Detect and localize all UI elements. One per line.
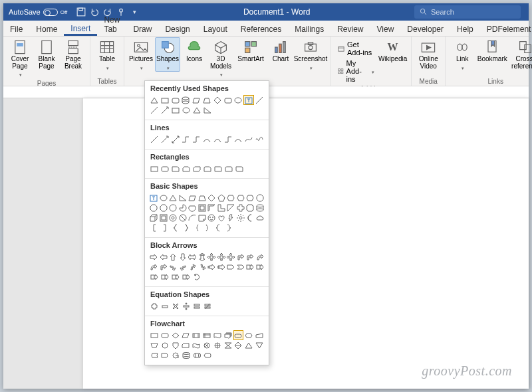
shape-fcStor[interactable] — [150, 351, 159, 359]
shape-can[interactable] — [256, 203, 265, 212]
autosave-toggle[interactable]: AutoSave Off — [9, 8, 67, 16]
shape-fcCard[interactable] — [181, 341, 190, 349]
shape-pie[interactable] — [179, 203, 188, 212]
shape-para[interactable] — [192, 96, 201, 104]
redo-icon[interactable] — [103, 7, 112, 17]
my-addins-button[interactable]: My Add-ins — [335, 58, 377, 84]
shape-curve[interactable] — [234, 135, 243, 144]
shape-eqMinus[interactable] — [160, 302, 170, 310]
shape-fcDisp[interactable] — [203, 351, 212, 359]
save-icon[interactable] — [76, 7, 86, 17]
shape-arrowline[interactable] — [160, 135, 170, 144]
shape-fcMulti[interactable] — [223, 331, 233, 340]
shape-arrowline[interactable] — [160, 106, 170, 114]
tab-pdfelement[interactable]: PDFelement — [480, 22, 532, 36]
shape-fcDoc[interactable] — [213, 331, 222, 340]
shape-line[interactable] — [255, 96, 264, 104]
shape-freeform[interactable] — [244, 135, 253, 144]
shape-arrCallR[interactable] — [246, 262, 255, 271]
shape-halfframe[interactable] — [207, 203, 216, 212]
shape-elbow[interactable] — [192, 135, 201, 144]
shape-round2diag[interactable] — [235, 164, 244, 173]
wikipedia-button[interactable]: WWikipedia — [378, 37, 407, 63]
shape-oct[interactable] — [256, 193, 265, 202]
tab-references[interactable]: References — [234, 22, 288, 36]
shape-rbrack[interactable] — [160, 223, 170, 232]
shape-fcDirect[interactable] — [192, 351, 201, 359]
shape-fcMag[interactable] — [182, 351, 191, 359]
shape-pent[interactable] — [217, 193, 226, 202]
shape-lparen[interactable] — [192, 223, 201, 232]
screenshot-button[interactable]: Screenshot — [295, 37, 327, 71]
shape-snip1[interactable] — [171, 164, 180, 173]
pictures-button[interactable]: Pictures — [128, 37, 154, 71]
shapes-button[interactable]: Shapes — [155, 37, 180, 72]
shape-rect[interactable] — [150, 164, 159, 173]
search-input[interactable]: Search — [414, 5, 521, 19]
shape-eqNeq[interactable] — [203, 302, 212, 310]
shape-fcPredef[interactable] — [192, 331, 201, 340]
tab-draw[interactable]: Draw — [126, 22, 158, 36]
shape-arrCurvD[interactable] — [198, 262, 207, 271]
shape-eqDiv[interactable] — [182, 302, 191, 310]
page-break-button[interactable]: Page Break — [61, 37, 86, 70]
shape-rbrace[interactable] — [224, 223, 233, 232]
shape-arrCircle[interactable] — [192, 272, 201, 281]
shape-fcPrep[interactable] — [244, 331, 253, 340]
tab-insert[interactable]: Insert — [64, 21, 97, 36]
shape-fcData[interactable] — [181, 331, 190, 340]
tab-layout[interactable]: Layout — [197, 22, 234, 36]
shape-folded[interactable] — [198, 213, 207, 222]
shape-arrLR[interactable] — [188, 252, 197, 261]
shape-eqPlus[interactable] — [150, 302, 159, 310]
shape-hex[interactable] — [246, 193, 255, 202]
shape-oct[interactable] — [150, 203, 158, 212]
shape-elbow[interactable] — [181, 135, 190, 144]
shape-round1[interactable] — [213, 164, 223, 173]
shape-arrCurvL[interactable] — [179, 262, 188, 271]
shape-rtri[interactable] — [203, 106, 212, 114]
shape-fcOr[interactable] — [213, 341, 222, 349]
tab-view[interactable]: View — [370, 22, 401, 36]
shape-fcManIn[interactable] — [255, 331, 264, 340]
shape-snipdiag[interactable] — [192, 164, 201, 173]
shape-plus[interactable] — [237, 203, 245, 212]
shape-heart[interactable] — [217, 213, 226, 222]
shape-diag[interactable] — [227, 203, 235, 212]
shape-trap[interactable] — [198, 193, 207, 202]
shape-cube[interactable] — [150, 213, 158, 222]
shape-plaque[interactable] — [246, 203, 255, 212]
shape-arrBent[interactable] — [246, 252, 255, 261]
shape-roundrect[interactable] — [223, 96, 233, 104]
shape-arrU[interactable] — [169, 252, 178, 261]
shape-frame[interactable] — [198, 203, 207, 212]
shape-fcJunc[interactable] — [202, 341, 211, 349]
shape-arrNotch[interactable] — [217, 262, 226, 271]
shape-fcExtract[interactable] — [244, 341, 253, 349]
shape-line[interactable] — [150, 135, 159, 144]
shape-cloud[interactable] — [256, 213, 265, 222]
shape-fcAlt[interactable] — [160, 331, 170, 340]
shape-arr4[interactable] — [207, 252, 216, 261]
shape-oct[interactable] — [160, 203, 168, 212]
tab-mailings[interactable]: Mailings — [288, 22, 331, 36]
shape-arc[interactable] — [188, 213, 197, 222]
shape-fcConn[interactable] — [160, 341, 170, 349]
shape-fcOffConn[interactable] — [171, 341, 180, 349]
undo-icon[interactable] — [90, 7, 99, 17]
shape-arrD[interactable] — [179, 252, 188, 261]
shape-scribble[interactable] — [255, 135, 264, 144]
shape-arrBent[interactable] — [237, 252, 245, 261]
shape-snipround[interactable] — [203, 164, 212, 173]
shape-arrPent[interactable] — [227, 262, 235, 271]
shape-arrL[interactable] — [160, 252, 168, 261]
shape-arr4[interactable] — [217, 252, 226, 261]
shape-tri[interactable] — [192, 106, 201, 114]
tab-home[interactable]: Home — [29, 22, 64, 36]
shape-fcTerm[interactable] — [234, 331, 243, 340]
shape-line[interactable] — [150, 106, 159, 114]
shape-oval[interactable] — [160, 193, 168, 202]
shape-rbrace[interactable] — [182, 223, 191, 232]
shape-rect[interactable] — [160, 96, 170, 104]
get-addins-button[interactable]: Get Add-ins — [335, 40, 377, 57]
